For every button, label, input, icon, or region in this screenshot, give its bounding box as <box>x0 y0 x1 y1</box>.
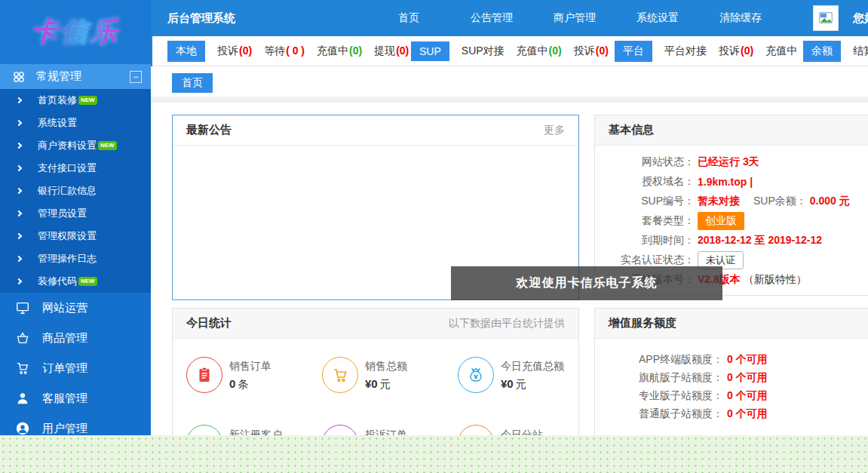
sidebar-item-admin-logs[interactable]: 管理操作日志 <box>0 247 151 270</box>
item-label: 结算记录 <box>853 45 868 57</box>
broken-image-icon <box>817 10 834 26</box>
nav-merchant-management[interactable]: 商户管理 <box>533 0 616 36</box>
service-quota-header: 增值服务额度 <box>595 309 868 339</box>
clipboard-icon <box>186 357 222 393</box>
info-label: SUP余额： <box>753 195 807 208</box>
tab-balance[interactable]: 余额 <box>803 41 841 62</box>
sidebar-section-general[interactable]: 常规管理 − <box>0 64 151 89</box>
sidebar-item-label: 支付接口设置 <box>38 161 97 175</box>
info-label: 授权域名： <box>595 175 695 189</box>
platform-recharging[interactable]: 充值中 <box>765 45 797 58</box>
stat-label: 销售订单 <box>229 360 271 372</box>
sidebar-item-system-settings[interactable]: 系统设置 <box>0 112 151 134</box>
tab-platform[interactable]: 平台 <box>615 41 652 62</box>
basic-info-header: 基本信息 <box>595 115 868 146</box>
sidebar-item-admin-permissions[interactable]: 管理权限设置 <box>0 225 151 247</box>
quota-label: APP终端版额度： <box>595 353 723 367</box>
breadcrumb: 首页 <box>151 66 868 97</box>
collapse-icon[interactable]: − <box>130 71 142 83</box>
chevron-right-icon <box>16 120 22 126</box>
local-complaints[interactable]: 投诉(0) <box>217 45 252 58</box>
toolbar-group-sup: SUP SUP对接 充值中(0) 投诉(0) <box>411 36 609 66</box>
more-link[interactable]: 更多 <box>544 124 565 137</box>
clover-icon <box>12 70 26 84</box>
stat-label: 销售总额 <box>365 360 407 372</box>
sidebar-item-payment-interface[interactable]: 支付接口设置 <box>0 157 151 180</box>
item-label: SUP对接 <box>462 45 505 57</box>
sidebar-item-admin-settings[interactable]: 管理员设置 <box>0 202 151 225</box>
user-greeting[interactable]: 您好 <box>853 11 868 26</box>
sidebar-item-decorate-code[interactable]: 装修代码NEW <box>0 270 151 293</box>
chevron-right-icon <box>16 256 22 262</box>
sup-complaints[interactable]: 投诉(0) <box>574 45 609 58</box>
sidebar-item-label: 网站运营 <box>42 301 87 315</box>
sidebar-item-label: 客服管理 <box>42 392 87 406</box>
chevron-right-icon <box>16 233 22 239</box>
sidebar-item-label: 系统设置 <box>38 116 77 130</box>
item-label: 平台对接 <box>664 45 707 57</box>
info-label: 套餐类型： <box>595 214 695 228</box>
item-label: 充值中 <box>317 45 348 57</box>
nav-clear-cache[interactable]: 清除缓存 <box>699 0 782 36</box>
chevron-right-icon <box>16 278 22 284</box>
item-count: (0) <box>239 45 252 57</box>
platform-connect[interactable]: 平台对接 <box>664 45 707 58</box>
info-row-package-type: 套餐类型：创业版 <box>595 211 868 231</box>
nav-home[interactable]: 首页 <box>367 0 450 36</box>
platform-complaints[interactable]: 投诉(0) <box>719 45 753 58</box>
sidebar-item-label: 首页装修 <box>38 94 77 107</box>
sup-recharging[interactable]: 充值中(0) <box>517 45 562 58</box>
sidebar-item-bank-transfer[interactable]: 银行汇款信息 <box>0 180 151 202</box>
new-features-link[interactable]: （新版特性） <box>744 273 807 287</box>
new-badge: NEW <box>78 277 97 286</box>
money-bag-icon <box>458 357 494 393</box>
info-value: 2018-12-12 至 2019-12-12 <box>698 234 822 247</box>
chevron-right-icon <box>16 97 22 103</box>
nav-announcement-management[interactable]: 公告管理 <box>450 0 533 36</box>
item-count: (0) <box>596 45 609 57</box>
info-label: 网站状态： <box>595 155 695 169</box>
quota-row-app: APP终端版额度：0 个可用 <box>595 351 868 369</box>
sidebar-item-label: 管理权限设置 <box>38 229 97 243</box>
sidebar-item-order-management[interactable]: 订单管理 <box>0 353 151 383</box>
stat-today-recharge: 今日充值总额¥0元 <box>458 357 593 393</box>
breadcrumb-tab-home[interactable]: 首页 <box>172 73 213 93</box>
item-label: 投诉 <box>719 45 740 57</box>
local-withdraw[interactable]: 提现(0) <box>374 45 409 58</box>
sidebar-item-label: 银行汇款信息 <box>38 184 97 198</box>
local-recharging[interactable]: 充值中(0) <box>317 45 362 58</box>
sidebar-item-merchant-profile[interactable]: 商户资料设置NEW <box>0 134 151 157</box>
quota-label: 专业版子站额度： <box>595 389 723 403</box>
divider <box>151 97 868 103</box>
info-label: 实名认证状态： <box>595 253 695 267</box>
stat-sales-orders: 销售订单0条 <box>186 357 322 393</box>
new-badge: NEW <box>98 141 117 150</box>
info-value: 暂未对接 <box>698 195 740 208</box>
nav-system-settings[interactable]: 系统设置 <box>616 0 699 36</box>
local-waiting[interactable]: 等待( 0 ) <box>264 45 305 58</box>
sidebar-item-product-management[interactable]: 商品管理 <box>0 323 151 353</box>
topbar: 后台管理系统 首页 公告管理 商户管理 系统设置 清除缓存 您好 <box>151 0 868 36</box>
sidebar-item-label: 管理操作日志 <box>38 252 97 266</box>
info-value: 已经运行 3天 <box>698 155 759 169</box>
avatar[interactable] <box>813 5 839 31</box>
app-logo[interactable]: 卡信乐 <box>0 0 151 64</box>
tab-sup[interactable]: SUP <box>411 41 449 61</box>
sidebar-item-website-operation[interactable]: 网站运营 <box>0 293 151 323</box>
status-toolbar: 本地 投诉(0) 等待( 0 ) 充值中(0) 提现(0) SUP SUP对接 … <box>151 36 868 66</box>
tab-local[interactable]: 本地 <box>167 41 205 62</box>
user-circle-icon <box>15 421 30 436</box>
sidebar-item-support-management[interactable]: 客服管理 <box>0 383 151 413</box>
today-stats-note: 以下数据由平台统计提供 <box>449 317 565 330</box>
stat-value: ¥0元 <box>501 377 564 392</box>
settlement-records[interactable]: 结算记录 <box>853 45 868 58</box>
item-label: 提现 <box>374 45 395 57</box>
item-count: (0) <box>396 45 409 57</box>
item-count: (0) <box>741 45 753 57</box>
package-type-button[interactable]: 创业版 <box>698 212 744 230</box>
sidebar-item-label: 商户资料设置 <box>38 139 97 152</box>
sup-connect[interactable]: SUP对接 <box>462 45 505 58</box>
monitor-icon <box>15 300 30 315</box>
item-label: 投诉 <box>574 45 595 57</box>
sidebar-item-home-decorate[interactable]: 首页装修NEW <box>0 89 151 112</box>
